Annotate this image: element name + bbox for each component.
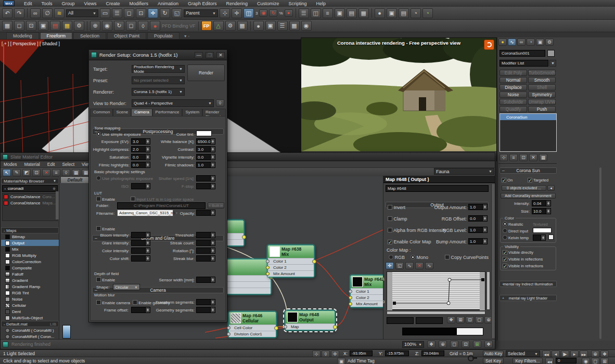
geometry-segments-spinner[interactable] bbox=[196, 307, 215, 313]
slate-menu-edit[interactable]: Edit bbox=[47, 162, 55, 167]
node-slot-mix-amount[interactable]: Mix Amount bbox=[268, 270, 314, 277]
modifier-list-arrow-icon[interactable]: ▼ bbox=[549, 60, 556, 67]
lut-folder-field[interactable]: C:\Program Files\Corona\LUT bbox=[117, 202, 206, 209]
menu-modifiers[interactable]: Modifiers bbox=[129, 1, 148, 6]
stack-item-coronasun[interactable]: CoronaSun bbox=[500, 114, 556, 120]
render-setup-title-bar[interactable]: Render Setup: Corona 1.5 (hotfix 1) — ❐ … bbox=[89, 50, 227, 60]
menu-tools[interactable]: Tools bbox=[42, 1, 53, 6]
rgb-level-spinner[interactable]: 1.0 bbox=[468, 227, 488, 233]
filmic-shadows-spinner[interactable]: 1.0 bbox=[196, 162, 215, 168]
graph-vscrollbar[interactable] bbox=[486, 271, 490, 310]
tab-selection[interactable]: Selection bbox=[73, 32, 106, 39]
graph-hscrollbar[interactable] bbox=[387, 311, 485, 315]
lut-enable-checkbox[interactable]: Enable bbox=[96, 197, 115, 202]
browser-header[interactable]: Material/Map Browser▼ bbox=[1, 178, 59, 184]
kelvin-color-swatch[interactable] bbox=[548, 235, 554, 240]
unlink-selection-icon[interactable] bbox=[42, 8, 53, 18]
object-color-swatch[interactable] bbox=[547, 50, 555, 57]
current-frame-field[interactable]: 0 bbox=[556, 358, 576, 363]
viewport-label[interactable]: [ + ] [ Perspective ] [ Shaded ] bbox=[2, 41, 60, 46]
bind-to-spacewarp-icon[interactable] bbox=[54, 8, 65, 18]
manage-states-icon[interactable] bbox=[114, 21, 124, 31]
pan-mode-icon[interactable] bbox=[484, 341, 493, 348]
maps-section-header[interactable]: - Maps bbox=[1, 227, 59, 233]
menu-graph-editors[interactable]: Graph Editors bbox=[188, 1, 217, 6]
modifier-shell-button[interactable]: Shell bbox=[528, 84, 556, 90]
sun-targeted-checkbox[interactable]: Targeted bbox=[528, 178, 548, 183]
select-and-link-icon[interactable] bbox=[30, 8, 41, 18]
fstop-spinner[interactable] bbox=[196, 183, 215, 189]
use-pivot-center-icon[interactable] bbox=[220, 8, 230, 18]
pin-stack-icon[interactable] bbox=[499, 154, 508, 161]
dialog-close-icon[interactable]: ✕ bbox=[216, 52, 225, 58]
freeform-tools-icon[interactable] bbox=[14, 21, 24, 31]
canvas-zoom-dropdown[interactable]: 100%▼ bbox=[402, 341, 424, 348]
menu-customize[interactable]: Customize bbox=[257, 1, 279, 6]
pick-material-icon[interactable] bbox=[22, 169, 31, 176]
map-item-bitmap[interactable]: Bitmap bbox=[1, 233, 59, 240]
enable-color-map-checkbox[interactable]: Enable Color Map bbox=[388, 239, 431, 244]
point-y-field[interactable] bbox=[416, 317, 443, 324]
zoom-extents-selected-icon[interactable] bbox=[473, 341, 481, 348]
orbit-viewport-icon[interactable] bbox=[582, 358, 590, 364]
select-and-scale-icon[interactable] bbox=[172, 8, 182, 18]
highlight-compress-spinner[interactable]: 2.0 bbox=[131, 146, 150, 152]
iso-spinner[interactable] bbox=[131, 183, 150, 189]
map-item-cellular[interactable]: Cellular bbox=[1, 302, 59, 308]
dof-enable-checkbox[interactable]: Enable bbox=[96, 277, 115, 282]
frame-offset-spinner[interactable] bbox=[131, 307, 150, 313]
y-coordinate-field[interactable]: -15.975m bbox=[385, 350, 409, 356]
dialog-minimize-icon[interactable]: — bbox=[195, 52, 203, 58]
move-point-icon[interactable] bbox=[386, 262, 394, 269]
toggle-scene-explorer-icon[interactable] bbox=[335, 8, 345, 18]
menu-views[interactable]: Views bbox=[84, 1, 97, 6]
delete-selected-icon[interactable] bbox=[42, 169, 50, 176]
tab-common[interactable]: Common bbox=[90, 109, 113, 116]
tab-performance[interactable]: Performance bbox=[152, 109, 183, 116]
results-scrollbar[interactable] bbox=[56, 191, 59, 219]
default-mat-header[interactable]: - Default.matLIB bbox=[1, 321, 59, 327]
object-paint-icon[interactable] bbox=[38, 21, 48, 31]
saturation-spinner[interactable]: 0.0 bbox=[131, 154, 150, 160]
sun-on-checkbox[interactable]: On bbox=[502, 178, 512, 183]
color-tint-swatch[interactable] bbox=[196, 131, 212, 136]
map-item-gradient-ramp[interactable]: Gradient Ramp bbox=[1, 283, 59, 290]
lock-view-icon[interactable] bbox=[216, 99, 224, 107]
glare-intensity-spinner[interactable] bbox=[131, 240, 150, 246]
add-point-icon[interactable] bbox=[405, 262, 414, 269]
direct-input-radio[interactable]: Direct input bbox=[503, 228, 528, 233]
direct-color-swatch[interactable] bbox=[533, 228, 552, 233]
utilities-icon[interactable] bbox=[225, 21, 236, 31]
bump-amount-spinner[interactable]: 1.0 bbox=[468, 238, 488, 244]
color-map-graph[interactable] bbox=[387, 271, 485, 310]
render-map-icon[interactable] bbox=[12, 169, 21, 176]
node-slot-color2[interactable]: Color 2 bbox=[351, 294, 383, 301]
browser-menu-icon[interactable]: ▼ bbox=[53, 179, 56, 183]
white-balance-spinner[interactable]: 6500.0 bbox=[196, 138, 215, 145]
panel-scrollbar[interactable] bbox=[599, 167, 601, 339]
node-slot-color2[interactable]: Color 2 bbox=[268, 264, 314, 270]
map-item-rgb-multiply[interactable]: RGB Multiply bbox=[1, 252, 59, 258]
menu-scripting[interactable]: Scripting bbox=[289, 1, 307, 6]
mb-enable-camera-checkbox[interactable]: Enable camera bbox=[96, 300, 130, 305]
zoom-h-extents-icon[interactable] bbox=[466, 316, 474, 323]
environment-icon[interactable] bbox=[301, 21, 312, 31]
forest-pack-icon[interactable]: FP bbox=[201, 21, 212, 31]
pan-graph-icon[interactable] bbox=[447, 316, 455, 323]
result-coronadistance-1[interactable]: CoronaDistanceCoro... bbox=[3, 193, 57, 200]
color-intensity-spinner[interactable] bbox=[131, 248, 150, 254]
ribbon-minimize-icon[interactable]: ▼ ◦ bbox=[181, 33, 193, 39]
param-scrollbar[interactable] bbox=[491, 184, 495, 338]
mental-ray-indirect-rollout[interactable]: +mental ray Indirect Illumination bbox=[499, 281, 557, 287]
node-slot-map[interactable]: Map bbox=[286, 323, 335, 330]
node-slot-color1[interactable]: Color 1 bbox=[268, 258, 314, 264]
select-and-rotate-icon[interactable] bbox=[160, 8, 170, 18]
vray-toolbar-icon[interactable] bbox=[253, 21, 264, 31]
rectangular-selection-icon[interactable] bbox=[124, 8, 134, 18]
mono-radio[interactable]: Mono bbox=[411, 255, 428, 260]
slate-menu-select[interactable]: Select bbox=[62, 162, 74, 167]
shutter-speed-spinner[interactable] bbox=[196, 175, 215, 181]
render-production-icon[interactable] bbox=[411, 8, 421, 18]
node-preview-thumbnail[interactable] bbox=[62, 325, 71, 339]
render-iterative-icon[interactable] bbox=[422, 8, 433, 18]
